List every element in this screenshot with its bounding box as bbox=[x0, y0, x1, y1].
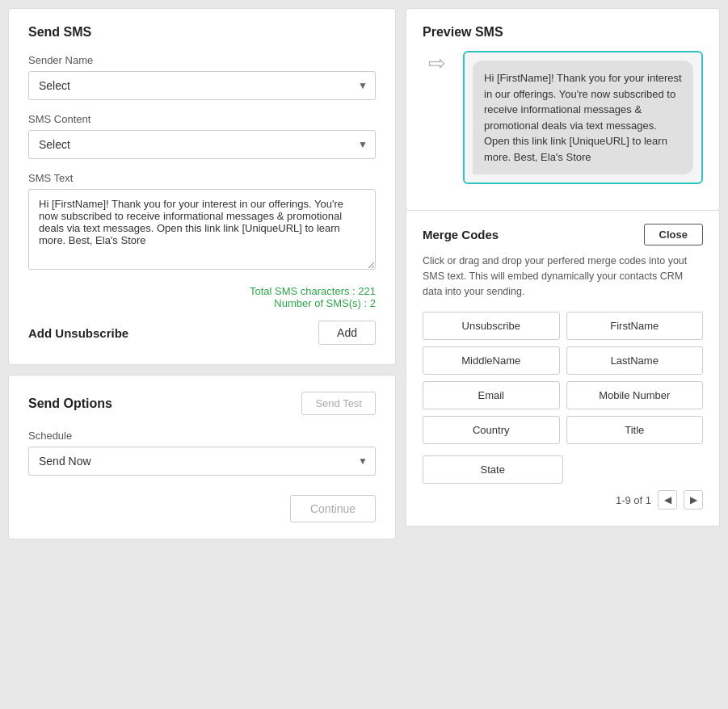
merge-chip-mobile-number[interactable]: Mobile Number bbox=[566, 381, 704, 409]
merge-codes-grid: Unsubscribe FirstName MiddleName LastNam… bbox=[423, 312, 703, 444]
sms-text-textarea[interactable] bbox=[28, 189, 376, 270]
preview-title: Preview SMS bbox=[423, 25, 703, 40]
sms-stats: Total SMS characters : 221 Number of SMS… bbox=[28, 285, 376, 309]
pagination-prev-button[interactable]: ◀ bbox=[658, 490, 677, 510]
continue-row: Continue bbox=[28, 495, 376, 522]
merge-chip-email[interactable]: Email bbox=[423, 381, 560, 409]
preview-message: Hi [FirstName]! Thank you for your inter… bbox=[473, 61, 693, 174]
total-chars-stat: Total SMS characters : 221 bbox=[28, 285, 376, 297]
schedule-label: Schedule bbox=[28, 430, 376, 442]
merge-chip-unsubscribe[interactable]: Unsubscribe bbox=[423, 312, 560, 340]
schedule-group: Schedule Send Now ▼ bbox=[28, 430, 376, 476]
schedule-select-wrapper: Send Now ▼ bbox=[28, 447, 376, 476]
right-panel: Preview SMS ⇨ Hi [FirstName]! Thank you … bbox=[406, 8, 720, 701]
merge-codes-description: Click or drag and drop your perfered mer… bbox=[423, 254, 703, 299]
sms-text-label: SMS Text bbox=[28, 172, 376, 184]
sender-name-select-wrapper: Select ▼ bbox=[28, 71, 376, 100]
continue-button[interactable]: Continue bbox=[290, 495, 376, 522]
merge-chip-state[interactable]: State bbox=[423, 455, 563, 484]
merge-codes-header: Merge Codes Close bbox=[423, 224, 703, 245]
add-unsubscribe-row: Add Unsubscribe Add bbox=[28, 309, 376, 348]
merge-chip-firstname[interactable]: FirstName bbox=[566, 312, 704, 340]
merge-chip-title[interactable]: Title bbox=[566, 416, 704, 444]
merge-codes-single-row: State bbox=[423, 455, 703, 484]
sms-text-group: SMS Text bbox=[28, 172, 376, 272]
sender-name-label: Sender Name bbox=[28, 54, 376, 66]
add-unsubscribe-button[interactable]: Add bbox=[318, 321, 376, 345]
send-sms-card: Send SMS Sender Name Select ▼ SMS Conten… bbox=[8, 8, 396, 365]
num-sms-stat: Number of SMS(s) : 2 bbox=[28, 297, 376, 309]
sender-name-group: Sender Name Select ▼ bbox=[28, 54, 376, 100]
preview-card: Preview SMS ⇨ Hi [FirstName]! Thank you … bbox=[406, 8, 720, 211]
send-test-button[interactable]: Send Test bbox=[301, 392, 376, 415]
send-options-header: Send Options Send Test bbox=[28, 392, 376, 415]
preview-arrow: ⇨ bbox=[423, 51, 452, 76]
pagination-text: 1-9 of 1 bbox=[616, 494, 651, 506]
schedule-select[interactable]: Send Now bbox=[28, 447, 376, 476]
send-options-title: Send Options bbox=[28, 396, 112, 411]
send-sms-title: Send SMS bbox=[28, 25, 376, 40]
merge-chip-lastname[interactable]: LastName bbox=[566, 346, 704, 375]
sender-name-select[interactable]: Select bbox=[28, 71, 376, 100]
preview-bubble-wrapper: Hi [FirstName]! Thank you for your inter… bbox=[463, 51, 703, 184]
close-button[interactable]: Close bbox=[644, 224, 703, 245]
pagination-row: 1-9 of 1 ◀ ▶ bbox=[423, 490, 703, 510]
add-unsubscribe-label: Add Unsubscribe bbox=[28, 326, 128, 340]
sms-content-group: SMS Content Select ▼ bbox=[28, 113, 376, 159]
sms-content-select-wrapper: Select ▼ bbox=[28, 130, 376, 159]
pagination-next-button[interactable]: ▶ bbox=[684, 490, 703, 510]
send-options-card: Send Options Send Test Schedule Send Now… bbox=[8, 375, 396, 539]
merge-codes-title: Merge Codes bbox=[423, 228, 499, 241]
merge-chip-country[interactable]: Country bbox=[423, 416, 560, 444]
merge-codes-section: Merge Codes Close Click or drag and drop… bbox=[406, 211, 720, 527]
merge-chip-middlename[interactable]: MiddleName bbox=[423, 346, 560, 375]
sms-content-select[interactable]: Select bbox=[28, 130, 376, 159]
sms-content-label: SMS Content bbox=[28, 113, 376, 125]
left-panel: Send SMS Sender Name Select ▼ SMS Conten… bbox=[8, 8, 396, 701]
